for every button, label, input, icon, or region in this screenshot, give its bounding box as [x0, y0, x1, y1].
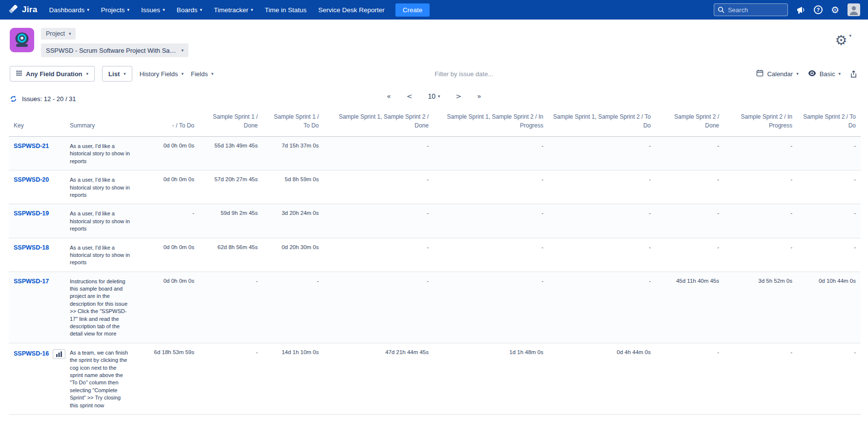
- project-type-dropdown[interactable]: Project ▾: [41, 28, 76, 40]
- duration-cell: 62d 8h 56m 45s: [199, 238, 263, 272]
- chart-icon[interactable]: [53, 349, 65, 359]
- fields-dropdown[interactable]: Fields ▾: [191, 70, 213, 78]
- column-header[interactable]: Sample Sprint 1, Sample Sprint 2 / In Pr…: [434, 109, 548, 137]
- duration-cell: 0d 10h 44m 0s: [797, 272, 861, 343]
- nav-item-timetracker[interactable]: Timetracker▾: [208, 0, 259, 20]
- project-settings-button[interactable]: ⚙ ▾: [835, 28, 858, 47]
- duration-cell: 14d 1h 10m 0s: [263, 343, 324, 414]
- next-page-button[interactable]: >: [456, 92, 462, 100]
- issue-key-link[interactable]: SSPWSD-18: [14, 244, 49, 251]
- duration-cell: -: [434, 272, 548, 343]
- chevron-down-icon: ▾: [127, 8, 130, 12]
- duration-cell: -: [434, 204, 548, 238]
- issue-key-link[interactable]: SSPWSD-16: [14, 350, 49, 357]
- table-row: SSPWSD-18As a user, I'd like a historica…: [9, 238, 861, 272]
- nav-item-projects[interactable]: Projects▾: [95, 0, 135, 20]
- avatar[interactable]: [847, 3, 860, 16]
- column-header[interactable]: - / To Do: [145, 109, 199, 137]
- field-duration-dropdown[interactable]: Any Field Duration ▾: [10, 66, 95, 82]
- column-header[interactable]: Key: [9, 109, 65, 137]
- column-header[interactable]: Summary: [65, 109, 145, 137]
- duration-cell: -: [324, 170, 434, 204]
- nav-item-label: Dashboards: [49, 6, 84, 14]
- jira-logo[interactable]: Jira: [8, 5, 43, 15]
- column-header[interactable]: Sample Sprint 2 / To Do: [797, 109, 861, 137]
- settings-gear-icon[interactable]: ⚙: [831, 5, 839, 15]
- top-navbar: Jira Dashboards▾Projects▾Issues▾Boards▾T…: [0, 0, 868, 20]
- nav-item-label: Time in Status: [265, 6, 307, 14]
- duration-cell: -: [324, 204, 434, 238]
- chevron-down-icon: ▾: [438, 94, 440, 99]
- filter-zone: [221, 70, 749, 78]
- calendar-icon: [756, 69, 764, 78]
- calendar-dropdown[interactable]: Calendar ▾: [756, 69, 798, 78]
- duration-cell: -: [145, 204, 199, 238]
- nav-item-time-in-status[interactable]: Time in Status: [259, 0, 312, 20]
- announcements-icon[interactable]: [796, 6, 806, 14]
- duration-cell: -: [263, 272, 324, 343]
- column-header[interactable]: Sample Sprint 1 / To Do: [263, 109, 324, 137]
- duration-cell: -: [656, 170, 724, 204]
- nav-menu: Dashboards▾Projects▾Issues▾Boards▾Timetr…: [43, 0, 390, 20]
- issue-date-filter-input[interactable]: [434, 70, 536, 78]
- grid-icon: [16, 70, 22, 78]
- duration-cell: 55d 13h 49m 45s: [199, 137, 263, 170]
- page-size-select[interactable]: 10 ▾: [428, 92, 440, 100]
- project-select[interactable]: SSPWSD - Scrum Software Project With Sam…: [41, 43, 188, 57]
- chevron-down-icon: ▾: [182, 72, 184, 76]
- nav-item-label: Timetracker: [214, 6, 248, 14]
- chevron-down-icon: ▾: [163, 8, 165, 12]
- issue-key-link[interactable]: SSPWSD-20: [14, 176, 49, 183]
- duration-cell: 47d 21h 44m 45s: [324, 343, 434, 414]
- export-icon[interactable]: [850, 70, 857, 78]
- history-fields-label: History Fields: [140, 70, 178, 78]
- duration-cell: -: [548, 137, 656, 170]
- nav-item-service-desk-reporter[interactable]: Service Desk Reporter: [312, 0, 391, 20]
- issue-summary: As a user, I'd like a historical story t…: [65, 204, 145, 238]
- project-type-label: Project: [46, 30, 65, 37]
- issue-key-link[interactable]: SSPWSD-19: [14, 210, 49, 217]
- search-input[interactable]: [714, 3, 788, 16]
- history-fields-dropdown[interactable]: History Fields ▾: [140, 70, 184, 78]
- project-meta: Project ▾ SSPWSD - Scrum Software Projec…: [41, 28, 188, 57]
- column-header[interactable]: Sample Sprint 2 / Done: [656, 109, 724, 137]
- duration-cell: 0d 0h 0m 0s: [145, 272, 199, 343]
- view-mode-label: Basic: [820, 70, 835, 78]
- column-header[interactable]: Sample Sprint 1 / Done: [199, 109, 263, 137]
- table-row: SSPWSD-19As a user, I'd like a historica…: [9, 204, 861, 238]
- column-header[interactable]: Sample Sprint 1, Sample Sprint 2 / Done: [324, 109, 434, 137]
- column-header[interactable]: Sample Sprint 1, Sample Sprint 2 / To Do: [548, 109, 656, 137]
- duration-cell: -: [724, 170, 797, 204]
- issue-key-link[interactable]: SSPWSD-17: [14, 278, 49, 285]
- chevron-down-icon: ▾: [211, 72, 214, 76]
- issue-key-link[interactable]: SSPWSD-21: [14, 143, 49, 149]
- nav-item-dashboards[interactable]: Dashboards▾: [43, 0, 95, 20]
- nav-item-label: Boards: [177, 6, 198, 14]
- column-header[interactable]: Sample Sprint 2 / In Progress: [724, 109, 797, 137]
- duration-cell: 0d 4h 44m 0s: [548, 343, 656, 414]
- create-button[interactable]: Create: [395, 3, 430, 17]
- duration-cell: 5d 8h 59m 0s: [263, 170, 324, 204]
- duration-cell: -: [324, 238, 434, 272]
- duration-cell: -: [324, 137, 434, 170]
- duration-cell: 1d 1h 48m 0s: [434, 343, 548, 414]
- prev-page-button[interactable]: <: [407, 92, 413, 100]
- project-avatar[interactable]: [10, 28, 34, 54]
- view-mode-dropdown[interactable]: Basic ▾: [808, 70, 841, 78]
- project-header: Project ▾ SSPWSD - Scrum Software Projec…: [0, 20, 868, 59]
- navbar-right-cluster: ? ⚙: [714, 3, 860, 16]
- view-list-dropdown[interactable]: List ▾: [102, 66, 132, 82]
- last-page-button[interactable]: »: [477, 92, 481, 100]
- duration-cell: -: [434, 137, 548, 170]
- duration-cell: -: [797, 137, 861, 170]
- duration-cell: -: [656, 343, 724, 414]
- nav-item-boards[interactable]: Boards▾: [171, 0, 208, 20]
- duration-cell: -: [548, 238, 656, 272]
- first-page-button[interactable]: «: [387, 92, 391, 100]
- chevron-down-icon: ▾: [838, 72, 841, 76]
- issues-bar: Issues: 12 - 20 / 31 « < 10 ▾ > »: [0, 87, 868, 107]
- duration-cell: 0d 20h 30m 0s: [263, 238, 324, 272]
- help-icon[interactable]: ?: [814, 5, 823, 14]
- project-avatar-icon: [10, 28, 34, 52]
- nav-item-issues[interactable]: Issues▾: [135, 0, 171, 20]
